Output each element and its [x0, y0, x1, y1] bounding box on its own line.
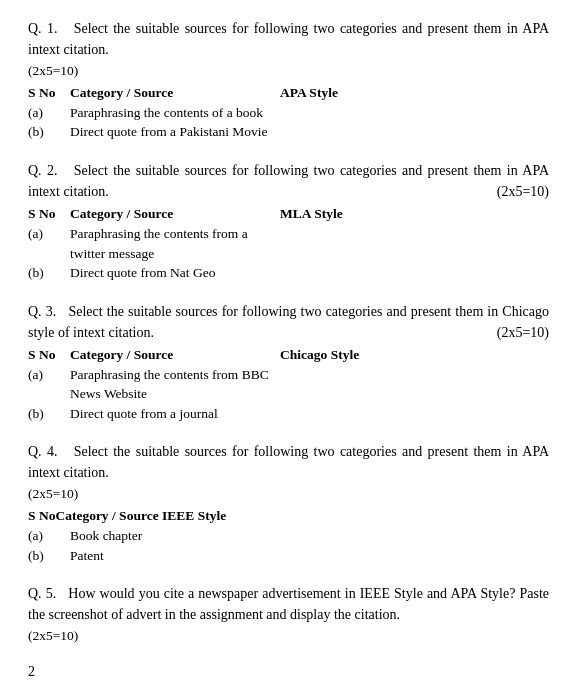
q2-row-a: (a) Paraphrasing the contents from atwit… — [28, 224, 549, 263]
q2-header-sno: S No — [28, 206, 70, 222]
q2-label: Q. 2. — [28, 163, 58, 178]
q5-body: How would you cite a newspaper advertise… — [28, 586, 549, 622]
q3-table-header: S No Category / Source Chicago Style — [28, 347, 549, 363]
q1-header-category: Category / Source — [70, 85, 280, 101]
q3-row-b-sno: (b) — [28, 404, 70, 424]
q2-text: Q. 2. Select the suitable sources for fo… — [28, 160, 549, 202]
q3-header-style: Chicago Style — [280, 347, 549, 363]
q4-text: Q. 4. Select the suitable sources for fo… — [28, 441, 549, 483]
q2-row-a-category: Paraphrasing the contents from atwitter … — [70, 224, 280, 263]
q2-header-category: Category / Source — [70, 206, 280, 222]
q1-table-header: S No Category / Source APA Style — [28, 85, 549, 101]
q2-row-b: (b) Direct quote from Nat Geo — [28, 263, 549, 283]
question-1: Q. 1. Select the suitable sources for fo… — [28, 18, 549, 142]
question-3: Q. 3. Select the suitable sources for fo… — [28, 301, 549, 424]
q4-body: Select the suitable sources for followin… — [28, 444, 549, 480]
q2-body: Select the suitable sources for followin… — [28, 163, 549, 199]
question-4: Q. 4. Select the suitable sources for fo… — [28, 441, 549, 565]
q3-row-a: (a) Paraphrasing the contents from BBCNe… — [28, 365, 549, 404]
q3-row-b: (b) Direct quote from a journal — [28, 404, 549, 424]
q1-text: Q. 1. Select the suitable sources for fo… — [28, 18, 549, 60]
q3-text: Q. 3. Select the suitable sources for fo… — [28, 301, 549, 343]
q3-table: S No Category / Source Chicago Style (a)… — [28, 347, 549, 424]
q3-row-a-category: Paraphrasing the contents from BBCNews W… — [70, 365, 280, 404]
q4-label: Q. 4. — [28, 444, 58, 459]
q2-table-header: S No Category / Source MLA Style — [28, 206, 549, 222]
q4-row-a-sno: (a) — [28, 526, 70, 546]
page-number: 2 — [28, 664, 549, 680]
q3-row-a-sno: (a) — [28, 365, 70, 385]
q3-header-sno: S No — [28, 347, 70, 363]
q1-row-b: (b) Direct quote from a Pakistani Movie — [28, 122, 549, 142]
q4-row-b-category: Patent — [70, 546, 280, 566]
q1-body: Select the suitable sources for followin… — [28, 21, 549, 57]
question-2: Q. 2. Select the suitable sources for fo… — [28, 160, 549, 283]
q4-table: S NoCategory / Source IEEE Style (a) Boo… — [28, 508, 549, 565]
q3-marks-inline: (2x5=10) — [497, 322, 549, 343]
q4-marks: (2x5=10) — [28, 485, 549, 504]
q5-marks: (2x5=10) — [28, 627, 549, 646]
q1-header-style: APA Style — [280, 85, 549, 101]
q1-row-b-sno: (b) — [28, 122, 70, 142]
q1-row-a: (a) Paraphrasing the contents of a book — [28, 103, 549, 123]
q1-table: S No Category / Source APA Style (a) Par… — [28, 85, 549, 142]
q2-header-style: MLA Style — [280, 206, 549, 222]
q5-label: Q. 5. — [28, 586, 56, 601]
q3-label: Q. 3. — [28, 304, 56, 319]
q1-header-sno: S No — [28, 85, 70, 101]
q2-row-b-sno: (b) — [28, 263, 70, 283]
q4-row-b: (b) Patent — [28, 546, 549, 566]
q1-row-a-sno: (a) — [28, 103, 70, 123]
q2-table: S No Category / Source MLA Style (a) Par… — [28, 206, 549, 283]
q3-body: Select the suitable sources for followin… — [28, 304, 549, 340]
q2-marks-inline: (2x5=10) — [497, 181, 549, 202]
q2-row-b-category: Direct quote from Nat Geo — [70, 263, 280, 283]
q4-header-sno: S No — [28, 508, 55, 523]
q2-row-a-sno: (a) — [28, 224, 70, 244]
q1-marks: (2x5=10) — [28, 62, 549, 81]
q4-table-header: S NoCategory / Source IEEE Style — [28, 508, 549, 524]
q3-header-category: Category / Source — [70, 347, 280, 363]
q1-row-b-category: Direct quote from a Pakistani Movie — [70, 122, 280, 142]
q1-label: Q. 1. — [28, 21, 58, 36]
q5-text: Q. 5. How would you cite a newspaper adv… — [28, 583, 549, 625]
q4-row-a-category: Book chapter — [70, 526, 280, 546]
q1-row-a-category: Paraphrasing the contents of a book — [70, 103, 280, 123]
q3-row-b-category: Direct quote from a journal — [70, 404, 280, 424]
q4-header-style: IEEE Style — [162, 508, 226, 523]
q4-header-category: Category / Source — [55, 508, 162, 523]
q4-row-a: (a) Book chapter — [28, 526, 549, 546]
question-5: Q. 5. How would you cite a newspaper adv… — [28, 583, 549, 646]
q4-row-b-sno: (b) — [28, 546, 70, 566]
